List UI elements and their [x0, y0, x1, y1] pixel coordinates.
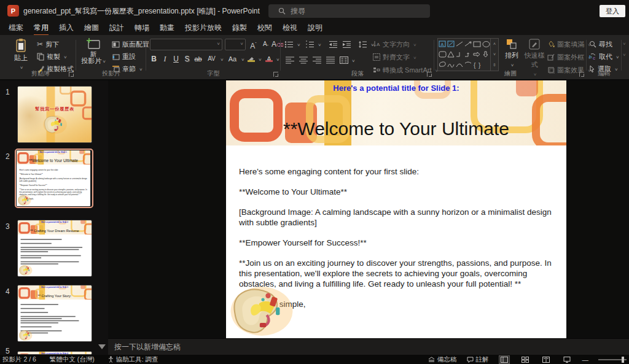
chevron-down-icon [615, 53, 619, 60]
line-spacing-icon [358, 41, 367, 48]
language-indicator[interactable]: 繁體中文 (台灣) [50, 355, 95, 364]
chevron-down-icon [351, 56, 355, 64]
new-slide-button[interactable]: 新 投影片 [79, 37, 108, 65]
numbering-button[interactable] [305, 39, 321, 50]
reading-view-button[interactable] [541, 355, 552, 364]
tab-view[interactable]: 檢視 [283, 21, 297, 36]
grow-font-button[interactable]: AaAˆ [248, 39, 259, 50]
comments-button[interactable]: 註解 [467, 355, 489, 364]
search-icon [278, 7, 286, 15]
slide-thumbnail-4[interactable]: Here's a potential title for Slide 3 ** … [17, 285, 92, 342]
thumbnail-scroll-down-icon[interactable] [98, 344, 106, 349]
shape-gallery[interactable]: A [437, 38, 499, 71]
svg-text:c: c [593, 55, 595, 60]
tab-home[interactable]: 常用 [34, 21, 49, 36]
new-slide-icon [86, 37, 101, 50]
change-case-button[interactable]: Aa [227, 53, 244, 64]
font-color-button[interactable]: A [265, 53, 279, 64]
notes-toggle-button[interactable]: 備忘稿 [428, 355, 457, 364]
paragraph-dialog-launcher-icon[interactable] [427, 72, 432, 77]
tab-insert[interactable]: 插入 [59, 21, 74, 36]
shape-fill-button[interactable]: 圖案填滿 [547, 39, 591, 50]
reset-button[interactable]: 重設 [112, 51, 136, 62]
zoom-slider-handle[interactable] [622, 357, 624, 363]
sign-in-button[interactable]: 登入 [600, 5, 625, 17]
replace-button[interactable]: b c 取代 [589, 51, 619, 62]
font-name-select[interactable] [150, 39, 222, 50]
slideshow-view-button[interactable] [561, 355, 572, 364]
shape-gallery-scroll[interactable]: ˄ ˅ ⇳ [490, 39, 498, 71]
font-dialog-launcher-icon[interactable] [273, 72, 278, 77]
ribbon: 貼上 ✂ 剪下 複製 複製格式 [0, 35, 629, 80]
slide-title[interactable]: **Welcome to Your Ultimate [226, 118, 566, 139]
numbered-list-icon [305, 41, 314, 48]
italic-button[interactable]: I [160, 53, 170, 64]
slide-sorter-view-button[interactable] [520, 355, 531, 364]
group-paragraph: A 文字方向 對齊文字 轉換成 SmartArt 段落 [281, 35, 434, 79]
decrease-indent-button[interactable] [329, 39, 338, 50]
zoom-slider[interactable] [598, 359, 627, 360]
columns-button[interactable] [340, 55, 355, 66]
ribbon-tabs: 檔案 常用 插入 繪圖 設計 轉場 動畫 投影片放映 錄製 校閱 檢視 說明 [0, 22, 629, 35]
chevron-down-icon [275, 55, 279, 63]
reset-icon [112, 53, 120, 60]
tab-transitions[interactable]: 轉場 [135, 21, 149, 36]
thumbnail-number: 2 [6, 152, 10, 161]
justify-button[interactable] [326, 55, 335, 66]
notes-pane[interactable]: 按一下以新增備忘稿 [108, 338, 629, 355]
bullet-list-icon [284, 41, 294, 48]
powerpoint-window: P generated_ppt_幫我寫一份履歷表_presentation.pp… [0, 0, 629, 364]
text-shadow-button[interactable]: S [182, 53, 192, 64]
line-spacing-button[interactable] [358, 39, 374, 50]
clipboard-icon [14, 38, 28, 53]
accessibility-status[interactable]: 協助工具: 調查 [108, 355, 158, 364]
align-center-button[interactable] [299, 55, 308, 66]
tab-review[interactable]: 校閱 [257, 21, 272, 36]
strikethrough-button[interactable]: ab [193, 53, 203, 64]
highlight-color-button[interactable] [247, 53, 262, 64]
copy-button[interactable]: 複製 [37, 51, 67, 62]
increase-indent-button[interactable] [342, 39, 351, 50]
slide-banner-label[interactable]: Here's a potential title for Slide 1: [226, 83, 566, 93]
drawing-dialog-launcher-icon[interactable] [579, 72, 584, 77]
search-input[interactable]: 搜尋 [268, 4, 430, 18]
slide-thumbnail-3[interactable]: Here's a potential title for Slide 2 ** … [17, 220, 92, 277]
arrange-button[interactable]: 排列 [502, 38, 522, 68]
thumbnail-number: 4 [6, 287, 10, 296]
tab-help[interactable]: 說明 [308, 21, 322, 36]
ear-clipart[interactable] [229, 285, 295, 337]
notes-toggle-icon [428, 357, 435, 362]
decrease-indent-icon [329, 41, 338, 48]
tab-design[interactable]: 設計 [109, 21, 124, 36]
font-size-select[interactable] [225, 39, 246, 50]
cut-button[interactable]: ✂ 剪下 [37, 39, 59, 50]
clipboard-dialog-launcher-icon[interactable] [69, 72, 74, 77]
slide-thumbnail-2[interactable]: Here's a potential title for Slide 1: **… [15, 149, 93, 208]
slide-paragraph: Here's some engaging content for your fi… [239, 166, 555, 177]
align-text-button[interactable]: 對齊文字 [373, 52, 416, 63]
highlight-pen-icon [247, 56, 255, 62]
bold-button[interactable]: B [149, 53, 159, 64]
tab-record[interactable]: 錄製 [232, 21, 247, 36]
find-button[interactable]: 尋找 [589, 39, 612, 50]
tab-slideshow[interactable]: 投影片放映 [185, 21, 222, 36]
align-right-icon [313, 56, 321, 64]
zoom-out-button[interactable]: — [582, 356, 589, 363]
align-right-button[interactable] [313, 55, 321, 66]
slide-thumbnail-1[interactable]: 幫我寫一份履歷表 [17, 86, 92, 143]
paste-button[interactable]: 貼上 [9, 38, 33, 71]
shape-outline-button[interactable]: 圖案外框 [547, 52, 591, 63]
scroll-up-icon: ˄ [493, 42, 496, 46]
text-direction-button[interactable]: A 文字方向 [373, 39, 416, 50]
shrink-font-button[interactable]: Aˇ [260, 39, 271, 50]
align-left-button[interactable] [286, 55, 294, 66]
scroll-down-icon: ˅ [493, 52, 496, 56]
underline-button[interactable]: U [171, 53, 181, 64]
tab-animations[interactable]: 動畫 [160, 21, 174, 36]
normal-view-button[interactable] [499, 355, 510, 364]
powerpoint-icon[interactable]: P [7, 5, 19, 17]
tab-file[interactable]: 檔案 [9, 21, 23, 36]
character-spacing-button[interactable]: AV [206, 53, 224, 64]
tab-draw[interactable]: 繪圖 [84, 21, 99, 36]
bullets-button[interactable] [284, 39, 300, 50]
